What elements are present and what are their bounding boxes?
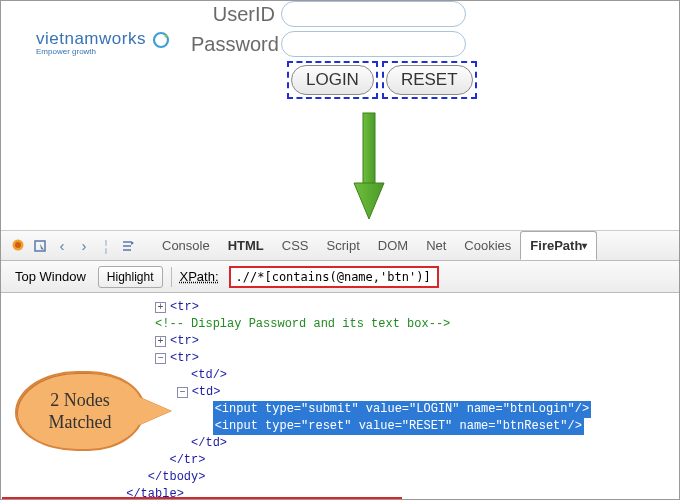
devtools-toolbar: Top Window Highlight XPath: <box>1 261 679 293</box>
devtools-tabbar: ‹ › ¦ Console HTML CSS Script DOM Net Co… <box>1 231 679 261</box>
expand-icon[interactable]: + <box>155 302 166 313</box>
dom-match-1[interactable]: <input type="submit" value="LOGIN" name=… <box>213 401 591 418</box>
tab-html[interactable]: HTML <box>219 231 273 260</box>
green-arrow-icon <box>350 111 388 225</box>
callout-text: 2 Nodes Matched <box>15 371 145 451</box>
userid-row: UserID <box>191 1 477 27</box>
dom-match-2[interactable]: <input type="reset" value="RESET" name="… <box>213 418 584 435</box>
svg-point-1 <box>164 35 167 38</box>
callout-tail-icon <box>139 397 171 425</box>
password-row: Password <box>191 31 477 57</box>
dom-node[interactable]: <tr> <box>170 334 199 348</box>
password-input[interactable] <box>281 31 466 57</box>
collapse-icon[interactable]: − <box>177 387 188 398</box>
expand-icon[interactable]: + <box>155 336 166 347</box>
reset-button[interactable]: RESET <box>386 65 473 95</box>
dom-node[interactable]: </td> <box>191 436 227 450</box>
svg-point-5 <box>15 242 21 248</box>
logo-circle-icon <box>152 31 170 49</box>
webpage-panel: vietnamworks Empower growth UserID Passw… <box>1 1 679 231</box>
tab-firepath[interactable]: FirePath <box>520 231 597 260</box>
tab-net[interactable]: Net <box>417 231 455 260</box>
dom-node[interactable]: <td/> <box>191 368 227 382</box>
login-highlight: LOGIN <box>287 61 378 99</box>
dom-node[interactable]: <td> <box>192 385 221 399</box>
collapse-icon[interactable]: − <box>155 353 166 364</box>
dom-comment: <!-- Display Password and its text box--… <box>155 317 450 331</box>
userid-input[interactable] <box>281 1 466 27</box>
dom-node[interactable]: <tr> <box>170 300 199 314</box>
button-row: LOGIN RESET <box>287 61 477 99</box>
vietnamworks-logo: vietnamworks Empower growth <box>36 29 146 56</box>
tab-cookies[interactable]: Cookies <box>455 231 520 260</box>
userid-label: UserID <box>191 3 281 26</box>
step-icon[interactable] <box>117 240 139 252</box>
red-bottom-border <box>2 497 402 499</box>
tab-script[interactable]: Script <box>318 231 369 260</box>
dom-node[interactable]: <tr> <box>170 351 199 365</box>
login-button[interactable]: LOGIN <box>291 65 374 95</box>
divider-icon: ¦ <box>95 237 117 254</box>
inspect-icon[interactable] <box>29 239 51 253</box>
password-label: Password <box>191 33 281 56</box>
xpath-label[interactable]: XPath: <box>180 269 219 284</box>
reset-highlight: RESET <box>382 61 477 99</box>
forward-icon[interactable]: › <box>73 237 95 254</box>
firebug-icon[interactable] <box>7 238 29 253</box>
login-form: UserID Password LOGIN RESET <box>191 1 477 99</box>
tab-dom[interactable]: DOM <box>369 231 417 260</box>
tab-console[interactable]: Console <box>153 231 219 260</box>
back-icon[interactable]: ‹ <box>51 237 73 254</box>
dom-node[interactable]: </tr> <box>169 453 205 467</box>
devtools-panel: ‹ › ¦ Console HTML CSS Script DOM Net Co… <box>1 231 679 500</box>
svg-marker-3 <box>354 183 384 219</box>
logo-main-text: vietnamworks <box>36 29 146 48</box>
annotation-callout: 2 Nodes Matched <box>15 371 145 451</box>
svg-rect-2 <box>363 113 375 185</box>
highlight-button[interactable]: Highlight <box>98 266 163 288</box>
window-selector[interactable]: Top Window <box>9 267 92 286</box>
dom-node[interactable]: </tbody> <box>148 470 206 484</box>
xpath-input[interactable] <box>229 266 439 288</box>
divider <box>171 267 172 287</box>
tab-css[interactable]: CSS <box>273 231 318 260</box>
